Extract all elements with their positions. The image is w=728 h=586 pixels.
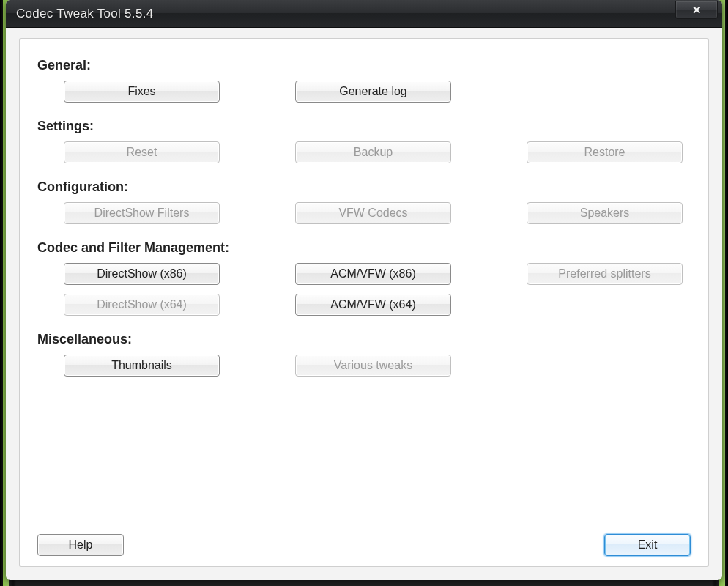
exit-button[interactable]: Exit bbox=[604, 534, 691, 556]
directshow-filters-button: DirectShow Filters bbox=[64, 202, 220, 224]
titlebar: Codec Tweak Tool 5.5.4 ✕ bbox=[6, 0, 722, 28]
row-configuration: DirectShow Filters VFW Codecs Speakers bbox=[64, 202, 691, 224]
row-misc: Thumbnails Various tweaks bbox=[64, 355, 691, 377]
reset-button: Reset bbox=[64, 141, 220, 163]
app-window: Codec Tweak Tool 5.5.4 ✕ General: Fixes … bbox=[6, 0, 722, 580]
directshow-x64-button: DirectShow (x64) bbox=[64, 294, 220, 316]
directshow-x86-button[interactable]: DirectShow (x86) bbox=[64, 263, 220, 285]
backup-button: Backup bbox=[295, 141, 451, 163]
help-button[interactable]: Help bbox=[37, 534, 124, 556]
section-misc-label: Miscellaneous: bbox=[37, 332, 691, 347]
acmvfw-x64-button[interactable]: ACM/VFW (x64) bbox=[295, 294, 451, 316]
footer: Help Exit bbox=[37, 534, 691, 556]
row-general: Fixes Generate log bbox=[64, 81, 691, 103]
window-controls: ✕ bbox=[675, 0, 722, 27]
row-codec-2: DirectShow (x64) ACM/VFW (x64) bbox=[64, 294, 691, 316]
generate-log-button[interactable]: Generate log bbox=[295, 81, 451, 103]
thumbnails-button[interactable]: Thumbnails bbox=[64, 355, 220, 377]
various-tweaks-button: Various tweaks bbox=[295, 355, 451, 377]
client-area: General: Fixes Generate log Settings: Re… bbox=[19, 38, 709, 567]
row-settings: Reset Backup Restore bbox=[64, 141, 691, 163]
restore-button: Restore bbox=[527, 141, 683, 163]
close-button[interactable]: ✕ bbox=[675, 1, 718, 19]
row-codec-1: DirectShow (x86) ACM/VFW (x86) Preferred… bbox=[64, 263, 691, 285]
section-configuration-label: Configuration: bbox=[37, 179, 691, 195]
section-settings-label: Settings: bbox=[37, 119, 691, 134]
speakers-button: Speakers bbox=[527, 202, 683, 224]
section-general-label: General: bbox=[37, 58, 691, 73]
fixes-button[interactable]: Fixes bbox=[64, 81, 220, 103]
window-title: Codec Tweak Tool 5.5.4 bbox=[16, 7, 153, 21]
vfw-codecs-button: VFW Codecs bbox=[295, 202, 451, 224]
preferred-splitters-button: Preferred splitters bbox=[527, 263, 683, 285]
acmvfw-x86-button[interactable]: ACM/VFW (x86) bbox=[295, 263, 451, 285]
close-icon: ✕ bbox=[692, 4, 702, 16]
section-codec-filter-label: Codec and Filter Management: bbox=[37, 240, 691, 256]
